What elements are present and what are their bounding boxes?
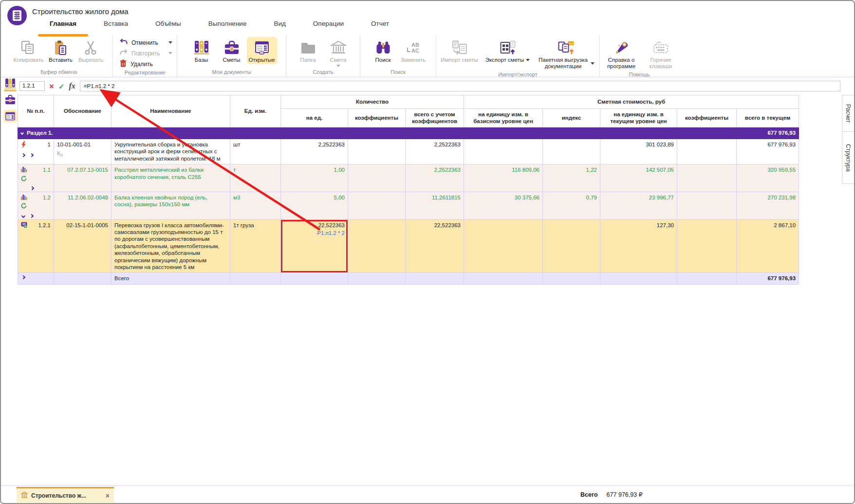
col-header-justification: Обоснование bbox=[54, 95, 112, 127]
formula-cancel-icon[interactable]: × bbox=[49, 82, 54, 90]
mini-open-documents-icon[interactable] bbox=[3, 110, 17, 123]
building-outline-icon bbox=[330, 38, 347, 57]
right-panel-tabs: Расчет Структура bbox=[842, 95, 854, 184]
delete-button[interactable]: Удалить bbox=[120, 59, 172, 69]
group-import-export: Импорт сметы Экспорт сметы Пакетная выгр… bbox=[436, 35, 600, 77]
group-label-clipboard: Буфер обмена bbox=[5, 68, 112, 77]
formula-input[interactable]: =Р1.п1.2 * 2 bbox=[80, 81, 840, 91]
formula-cell-highlighted[interactable]: 22,522363Р1.п1.2 * 2 bbox=[281, 219, 348, 273]
smety-button[interactable]: Сметы bbox=[217, 37, 247, 64]
fx-icon: fx bbox=[69, 82, 75, 90]
help-about-button[interactable]: Справка о программе bbox=[600, 37, 643, 71]
undo-dropdown-icon[interactable] bbox=[168, 41, 172, 44]
col-header-coefficients: коэффициенты bbox=[348, 109, 406, 127]
document-switcher-strip bbox=[2, 77, 18, 123]
paste-button[interactable]: Вставить bbox=[45, 37, 75, 64]
undo-button[interactable]: Отменить bbox=[120, 38, 172, 47]
new-smeta-button[interactable]: Смета bbox=[323, 37, 353, 68]
export-smeta-button[interactable]: Экспорт сметы bbox=[482, 37, 534, 64]
tab-vstavka[interactable]: Вставка bbox=[90, 17, 142, 32]
import-icon bbox=[451, 38, 468, 57]
mini-bases-icon[interactable] bbox=[3, 77, 17, 90]
col-header-current-unit-price: на единицу изм. в текущем уровне цен bbox=[600, 109, 677, 127]
tab-operacii[interactable]: Операции bbox=[299, 17, 357, 32]
tab-raschet[interactable]: Расчет bbox=[842, 95, 854, 132]
batch-export-icon bbox=[558, 38, 575, 57]
redo-dropdown-icon[interactable] bbox=[168, 52, 172, 54]
replace-abac-icon: AB AC bbox=[407, 38, 419, 57]
col-group-quantity: Количество bbox=[281, 95, 464, 109]
group-editing: Отменить Повторить Удалить Редактировани… bbox=[113, 35, 177, 77]
undo-icon bbox=[120, 38, 128, 47]
col-header-base-unit-price: на единицу изм. в базисном уровне цен bbox=[464, 109, 543, 127]
redo-button[interactable]: Повторить bbox=[120, 49, 172, 58]
section-collapse-icon[interactable] bbox=[20, 131, 24, 135]
tab-obyomy[interactable]: Объёмы bbox=[142, 17, 195, 32]
table-row: 1 10-01-001-01Кп Укрупнительная сборка и… bbox=[18, 139, 799, 164]
section-row[interactable]: Раздел 1. 677 976,93 bbox=[18, 127, 799, 139]
document-title: Строительство жилого дома bbox=[32, 7, 129, 16]
import-smeta-button[interactable]: Импорт сметы bbox=[438, 37, 482, 64]
scissors-icon bbox=[82, 38, 99, 57]
briefcase-icon bbox=[223, 38, 240, 57]
chart-bars-icon bbox=[21, 194, 27, 201]
document-tab[interactable]: Строительство ж... × bbox=[17, 487, 114, 503]
bases-button[interactable]: Базы bbox=[186, 37, 217, 64]
cell-reference-input[interactable]: 1.2.1 bbox=[19, 81, 45, 91]
trash-icon bbox=[120, 59, 127, 69]
grand-total-value: 677 976,93 bbox=[737, 273, 799, 284]
cut-button[interactable]: Вырезать bbox=[75, 37, 106, 64]
coefficient-note: Кп bbox=[57, 150, 108, 158]
col-header-total-current: всего в текущем bbox=[737, 109, 799, 127]
export-icon bbox=[500, 38, 516, 57]
rocket-icon bbox=[613, 38, 630, 57]
paste-icon bbox=[52, 38, 69, 57]
tab-vypolnenie[interactable]: Выполнение bbox=[195, 17, 260, 32]
expand-chevron-icon[interactable] bbox=[21, 275, 25, 279]
new-folder-button[interactable]: Папка bbox=[293, 37, 323, 64]
col-header-coefficients2: коэффициенты bbox=[677, 109, 737, 127]
hotkeys-button[interactable]: Горячие клавиши bbox=[643, 37, 679, 71]
tab-glavnaya[interactable]: Главная bbox=[36, 17, 90, 32]
tab-struktura[interactable]: Структура bbox=[842, 131, 854, 184]
group-help: Справка о программе Горячие клавиши Помо… bbox=[600, 35, 679, 77]
mini-briefcase-icon[interactable] bbox=[3, 93, 17, 106]
batch-export-button[interactable]: Пакетная выгрузка документации bbox=[534, 37, 598, 71]
table-row: 1.2 11.2.06.02-0048 Балка клееная хвойны… bbox=[18, 192, 799, 219]
status-total-value: 677 976,93 ₽ bbox=[607, 491, 643, 498]
expand-chevron-icon[interactable] bbox=[30, 186, 34, 190]
bottom-bar: Строительство ж... × Всего 677 976,93 ₽ bbox=[1, 486, 854, 503]
copy-icon bbox=[20, 38, 37, 57]
group-clipboard: Копировать Вставить Вырезать Буфер обмен… bbox=[5, 35, 113, 77]
batch-export-dropdown-icon[interactable] bbox=[591, 62, 595, 65]
estimate-grid: № п.п. Обоснование Наименование Ед. изм.… bbox=[18, 95, 799, 285]
expand-chevron-icon[interactable] bbox=[30, 214, 34, 217]
tab-vid[interactable]: Вид bbox=[260, 17, 299, 32]
binoculars-icon bbox=[375, 38, 391, 57]
close-tab-icon[interactable]: × bbox=[106, 492, 110, 499]
group-label-my-documents: Мои документы bbox=[177, 68, 286, 77]
col-header-total-with-coeff: всего с учетом коэффициентов bbox=[406, 109, 464, 127]
keyboard-icon bbox=[652, 38, 669, 57]
refresh-icon bbox=[21, 176, 27, 183]
app-logo-icon bbox=[7, 5, 27, 28]
expand-chevron-icon[interactable] bbox=[21, 153, 25, 157]
tab-otchet[interactable]: Отчет bbox=[357, 17, 403, 32]
replace-button[interactable]: AB AC Заменить bbox=[398, 37, 428, 64]
open-documents-button[interactable]: Открытые bbox=[247, 37, 277, 64]
new-smeta-dropdown-icon[interactable] bbox=[336, 65, 340, 67]
grand-total-row: Всего 677 976,93 bbox=[18, 273, 799, 284]
copy-button[interactable]: Копировать bbox=[12, 37, 46, 64]
folder-icon bbox=[300, 38, 316, 57]
collapse-chevron-icon[interactable] bbox=[21, 214, 25, 217]
resource-lightning-icon bbox=[21, 141, 26, 150]
export-smeta-dropdown-icon[interactable] bbox=[526, 59, 530, 61]
group-label-search: Поиск bbox=[360, 68, 436, 77]
search-button[interactable]: Поиск bbox=[368, 37, 398, 64]
expand-chevron-icon[interactable] bbox=[30, 153, 34, 157]
col-header-unit: Ед. изм. bbox=[230, 95, 281, 127]
group-label-editing: Редактирование bbox=[113, 69, 177, 77]
table-row: 1.1 07.2.07.13-0015 Расстрел металлическ… bbox=[18, 164, 799, 192]
formula-confirm-icon[interactable]: ✓ bbox=[58, 83, 65, 90]
col-group-cost: Сметная стоимость, руб bbox=[464, 95, 799, 109]
